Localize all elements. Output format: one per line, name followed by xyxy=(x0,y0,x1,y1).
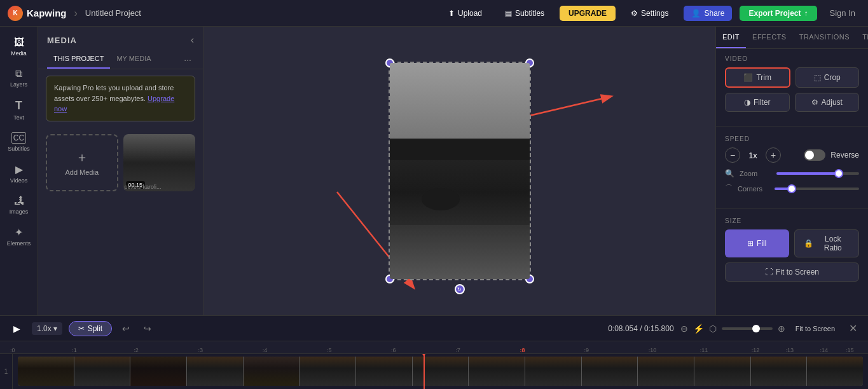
clip-frame-3 xyxy=(130,357,186,386)
ruler-tick-10: :10 xyxy=(649,347,657,353)
main-content: 🖼 Media ⧉ Layers T Text CC Subtitles ▶ V… xyxy=(0,27,868,315)
tab-this-project[interactable]: THIS PROJECT xyxy=(47,51,110,69)
clip-frame-13 xyxy=(694,357,750,386)
tab-transitions[interactable]: TRANSITIONS xyxy=(793,27,856,48)
play-button[interactable]: ▶ xyxy=(8,320,25,338)
sidebar-item-label: Media xyxy=(11,50,27,57)
undo-button[interactable]: ↩ xyxy=(118,321,134,336)
playback-speed-selector[interactable]: 1.0x ▾ xyxy=(32,322,62,335)
sidebar-item-images-label: Images xyxy=(10,208,29,215)
export-icon: ↑ xyxy=(804,9,808,18)
header: K Kapwing › Untitled Project ⬆ Upload ▤ … xyxy=(0,0,868,27)
share-button[interactable]: 👤 Share xyxy=(684,6,732,21)
upload-button[interactable]: ⬆ Upload xyxy=(441,6,490,21)
canvas-content: ↻ xyxy=(390,63,530,279)
subtitles-button[interactable]: ▤ Subtitles xyxy=(497,6,552,21)
ruler-tick-6: :6 xyxy=(391,347,396,353)
logo: K Kapwing xyxy=(8,6,67,21)
timeline-zoom-thumb[interactable] xyxy=(752,325,760,332)
filter-button[interactable]: ◑ Filter xyxy=(725,93,790,112)
project-name[interactable]: Untitled Project xyxy=(85,8,141,18)
settings-button[interactable]: ⚙ Settings xyxy=(623,6,676,21)
speed-increase-button[interactable]: + xyxy=(766,147,781,163)
track-clip[interactable] xyxy=(18,357,863,386)
zoom-in-icon[interactable]: ⊕ xyxy=(778,324,785,334)
clip-frame-14 xyxy=(751,357,807,386)
ruler-tick-7: :7 xyxy=(455,347,460,353)
fill-button[interactable]: ⊞ Fill xyxy=(725,229,789,257)
split-button[interactable]: ✂ Split xyxy=(69,321,112,336)
logo-text: Kapwing xyxy=(27,8,67,18)
zoom-slider[interactable] xyxy=(776,172,859,175)
upgrade-button[interactable]: UPGRADE xyxy=(560,6,616,21)
speed-decrease-button[interactable]: − xyxy=(725,147,740,163)
trim-button[interactable]: ⬛ Trim xyxy=(725,67,790,88)
crop-button[interactable]: ⬚ Crop xyxy=(796,67,860,88)
sidebar-item-text-label: Text xyxy=(13,114,24,121)
add-media-label: Add Media xyxy=(65,168,99,176)
tab-more-button[interactable]: ··· xyxy=(181,51,194,69)
upload-icon: ⬆ xyxy=(448,9,455,18)
thumbnail-filename: pexels-karoli... xyxy=(125,184,162,190)
ruler-tick-14: :14 xyxy=(820,347,829,353)
sidebar-item-subtitles-label: Subtitles xyxy=(8,146,30,152)
tab-effects[interactable]: EFFECTS xyxy=(746,27,793,48)
corners-label: Corners xyxy=(738,185,769,193)
sidebar-item-images[interactable]: 🏞 Images xyxy=(2,190,36,220)
rotate-handle[interactable]: ↻ xyxy=(455,284,465,294)
clip-frame-1 xyxy=(18,357,74,386)
ruler-tick-13: :13 xyxy=(786,347,794,353)
playhead-icon: ⬡ xyxy=(709,324,717,334)
lock-ratio-button[interactable]: 🔒 Lock Ratio xyxy=(794,229,860,257)
corners-slider[interactable] xyxy=(775,188,859,190)
sidebar-item-layers[interactable]: ⧉ Layers xyxy=(2,63,36,93)
sidebar-item-text[interactable]: T Text xyxy=(2,94,36,126)
media-thumbnail[interactable]: 00:15 pexels-karoli... xyxy=(123,134,196,191)
reverse-toggle-container: Reverse xyxy=(804,149,859,161)
zoom-slider-row: 🔍 Zoom xyxy=(725,169,859,178)
sidebar-item-elements[interactable]: ✦ Elements xyxy=(2,221,36,252)
corners-slider-row: ⌒ Corners xyxy=(725,183,859,194)
video-preview xyxy=(390,63,530,279)
close-timeline-button[interactable]: ✕ xyxy=(845,321,860,336)
sidebar-item-elements-label: Elements xyxy=(7,240,31,247)
zoom-label: Zoom xyxy=(740,170,771,177)
crop-icon: ⬚ xyxy=(814,73,821,82)
sidebar-item-media[interactable]: 🖼 Media xyxy=(2,32,36,62)
tab-timing[interactable]: TIMING xyxy=(856,27,868,48)
fit-to-screen-timeline-button[interactable]: Fit to Screen xyxy=(790,322,840,335)
signin-link[interactable]: Sign In xyxy=(825,5,860,21)
zoom-thumb[interactable] xyxy=(834,169,843,178)
timeline-right-controls: ⊖ ⚡ ⬡ ⊕ Fit to Screen ✕ xyxy=(680,321,860,336)
collapse-panel-button[interactable]: ‹ xyxy=(191,34,194,46)
current-time: 0:08.054 xyxy=(608,324,638,333)
right-panel-tabs: EDIT EFFECTS TRANSITIONS TIMING xyxy=(716,27,868,49)
trim-crop-row: ⬛ Trim ⬚ Crop xyxy=(725,67,859,88)
split-icon: ✂ xyxy=(78,324,85,333)
corners-thumb[interactable] xyxy=(787,184,796,193)
tab-edit[interactable]: EDIT xyxy=(716,27,746,48)
video-frame-content xyxy=(390,63,530,279)
adjust-button[interactable]: ⚙ Adjust xyxy=(795,93,860,112)
sidebar-item-subtitles[interactable]: CC Subtitles xyxy=(2,127,36,157)
total-time: 0:15.800 xyxy=(644,324,674,333)
left-sidebar: 🖼 Media ⧉ Layers T Text CC Subtitles ▶ V… xyxy=(0,27,38,315)
filter-adjust-row: ◑ Filter ⚙ Adjust xyxy=(725,93,859,112)
images-icon: 🏞 xyxy=(14,195,24,207)
sidebar-item-videos[interactable]: ▶ Videos xyxy=(2,158,36,189)
add-media-button[interactable]: ＋ Add Media xyxy=(46,134,118,191)
timeline-zoom-slider[interactable] xyxy=(722,327,773,330)
tab-my-media[interactable]: MY MEDIA xyxy=(110,51,157,69)
size-btn-row: ⊞ Fill 🔒 Lock Ratio xyxy=(725,229,859,257)
size-section: SIZE ⊞ Fill 🔒 Lock Ratio ⛶ Fit to Screen xyxy=(716,211,868,288)
redo-button[interactable]: ↪ xyxy=(140,321,155,336)
fit-to-screen-button[interactable]: ⛶ Fit to Screen xyxy=(725,263,859,282)
reverse-toggle[interactable] xyxy=(804,149,825,161)
zoom-out-icon[interactable]: ⊖ xyxy=(680,324,688,334)
clip-frame-9 xyxy=(469,357,525,386)
media-panel: MEDIA ‹ THIS PROJECT MY MEDIA ··· Kapwin… xyxy=(38,27,203,315)
filter-icon: ◑ xyxy=(744,98,750,107)
speed-section-title: SPEED xyxy=(725,135,859,142)
export-button[interactable]: Export Project ↑ xyxy=(740,6,816,21)
fit-screen-icon: ⛶ xyxy=(765,268,773,276)
